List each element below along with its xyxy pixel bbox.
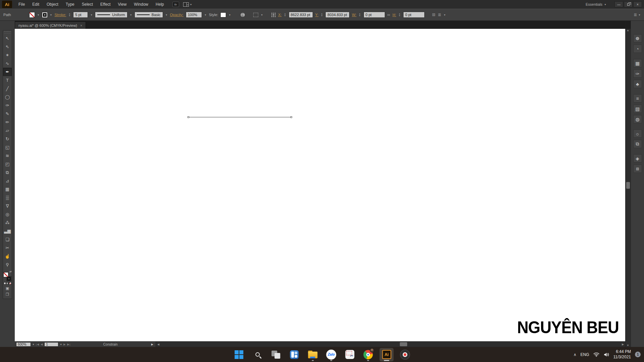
- recolor-artwork-button[interactable]: [240, 12, 245, 17]
- chrome-button[interactable]: [361, 348, 375, 361]
- horizontal-scrollbar[interactable]: ◀ ▶: [156, 342, 625, 347]
- hscroll-thumb[interactable]: [400, 342, 407, 346]
- fill-swatch[interactable]: [3, 272, 8, 277]
- stroke-color-swatch[interactable]: [42, 12, 48, 18]
- x-position-field[interactable]: 8622.833 pt: [289, 12, 313, 18]
- zalo-button[interactable]: Zalo: [324, 348, 338, 361]
- perspective-grid-tool[interactable]: ⊿: [3, 177, 12, 185]
- line-segment-tool[interactable]: ╱: [3, 84, 12, 93]
- menu-edit[interactable]: Edit: [29, 0, 43, 9]
- volume-icon[interactable]: [603, 352, 609, 357]
- menu-help[interactable]: Help: [152, 0, 168, 9]
- ellipse-tool[interactable]: ◯: [3, 93, 12, 101]
- selection-tool[interactable]: ↖: [3, 34, 12, 43]
- search-button[interactable]: [251, 348, 265, 361]
- hscroll-track[interactable]: [161, 342, 621, 347]
- brush-definition-select[interactable]: Basic: [135, 12, 163, 18]
- none-button[interactable]: [9, 282, 11, 285]
- stroke-panel-icon[interactable]: ≡: [633, 94, 642, 103]
- h-stepper[interactable]: ▲▼: [398, 13, 400, 17]
- zoom-level-field[interactable]: 600%: [16, 342, 31, 347]
- width-profile-select[interactable]: Uniform: [95, 12, 127, 18]
- width-field[interactable]: 0 pt: [364, 12, 385, 18]
- scroll-down-icon[interactable]: ▼: [626, 344, 630, 347]
- swap-fill-stroke-icon[interactable]: ⇄: [9, 270, 12, 273]
- swatches-panel-icon[interactable]: ▦: [633, 59, 642, 67]
- scale-tool[interactable]: ◱: [3, 143, 12, 152]
- clock[interactable]: 6:44 PM 11/3/2021: [613, 349, 631, 360]
- color-button[interactable]: [4, 282, 6, 285]
- gradient-panel-icon[interactable]: ▧: [633, 105, 642, 113]
- x-stepper[interactable]: ▲▼: [284, 13, 286, 17]
- arrange-documents-button[interactable]: ▼: [183, 2, 192, 7]
- pen-tool[interactable]: ✒: [3, 68, 12, 76]
- brushes-panel-icon[interactable]: ✑: [633, 69, 642, 78]
- y-stepper[interactable]: ▲▼: [321, 13, 323, 17]
- wifi-icon[interactable]: [593, 352, 599, 357]
- pen-path-line[interactable]: [188, 117, 291, 117]
- path-anchor-start[interactable]: [187, 116, 189, 118]
- gradient-tool[interactable]: ▒: [3, 193, 12, 202]
- pencil-tool[interactable]: ✎: [3, 110, 12, 118]
- magic-wand-tool[interactable]: ✶: [3, 51, 12, 59]
- snipping-tool-button[interactable]: ✂: [343, 348, 357, 361]
- free-transform-tool[interactable]: ◰: [3, 160, 12, 168]
- opacity-panel-link[interactable]: Opacity:: [170, 13, 183, 17]
- next-artboard-button[interactable]: ▶: [63, 343, 66, 346]
- artboards-panel-icon[interactable]: ⧈: [633, 165, 642, 173]
- paintbrush-tool[interactable]: ✑: [3, 101, 12, 110]
- document-tab[interactable]: nyasu.ai* @ 600% (CMYK/Preview) ×: [15, 21, 86, 29]
- task-view-button[interactable]: [269, 348, 283, 361]
- screen-recorder-button[interactable]: [398, 348, 412, 361]
- width-profile-dropdown-icon[interactable]: ▼: [130, 14, 132, 16]
- hand-tool[interactable]: ☝: [3, 252, 12, 260]
- notification-badge[interactable]: 1: [635, 352, 641, 357]
- scroll-up-icon[interactable]: ▲: [626, 29, 630, 32]
- symbols-panel-icon[interactable]: ♣: [633, 80, 642, 88]
- start-button[interactable]: [232, 348, 246, 361]
- direct-selection-tool[interactable]: ⇖: [3, 43, 12, 51]
- file-explorer-button[interactable]: [306, 348, 320, 361]
- reference-point-selector[interactable]: [271, 12, 276, 17]
- graphic-styles-panel-icon[interactable]: ⧉: [633, 140, 642, 148]
- tray-chevron-icon[interactable]: ∧: [574, 352, 577, 357]
- align-options-button[interactable]: ≣: [438, 12, 441, 17]
- bridge-button[interactable]: Br: [172, 2, 179, 7]
- y-label[interactable]: Y:: [315, 13, 319, 17]
- scroll-left-icon[interactable]: ◀: [156, 343, 161, 346]
- fill-color-swatch[interactable]: [29, 12, 35, 18]
- options-dropdown-icon[interactable]: ▼: [443, 14, 446, 16]
- blend-tool[interactable]: ◎: [3, 210, 12, 219]
- opacity-field[interactable]: 100%: [186, 12, 202, 18]
- control-panel-menu-icon[interactable]: ≣: [634, 12, 637, 17]
- screen-mode-button[interactable]: ❐: [3, 291, 12, 297]
- menu-type[interactable]: Type: [62, 0, 78, 9]
- eyedropper-tool[interactable]: ∇: [3, 202, 12, 210]
- symbol-sprayer-tool[interactable]: ⁂: [3, 219, 12, 227]
- last-artboard-button[interactable]: ▶|: [67, 343, 70, 346]
- vscroll-track[interactable]: [626, 32, 631, 344]
- column-graph-tool[interactable]: ▃▆: [3, 227, 12, 235]
- vscroll-thumb[interactable]: [626, 182, 630, 189]
- graphic-style-swatch[interactable]: [220, 12, 226, 17]
- mesh-tool[interactable]: ▦: [3, 185, 12, 193]
- eraser-tool[interactable]: ▱: [3, 126, 12, 135]
- window-minimize-button[interactable]: —: [614, 1, 623, 7]
- gradient-button[interactable]: [6, 282, 9, 285]
- blob-brush-tool[interactable]: ✏: [3, 118, 12, 126]
- constrain-proportions-icon[interactable]: ∞: [387, 12, 390, 17]
- style-dropdown-icon[interactable]: ▼: [228, 14, 231, 16]
- type-tool[interactable]: T: [3, 76, 12, 84]
- y-position-field[interactable]: 8034.833 pt: [325, 12, 350, 18]
- vertical-scrollbar[interactable]: ▲ ▼: [625, 21, 631, 347]
- opacity-dropdown-icon[interactable]: ▼: [204, 14, 207, 16]
- stroke-panel-link[interactable]: Stroke:: [55, 13, 66, 17]
- zoom-tool[interactable]: ⚲: [3, 260, 12, 269]
- artboard-number-field[interactable]: 1: [44, 342, 58, 347]
- color-panel-icon[interactable]: ☸: [633, 34, 642, 43]
- slice-tool[interactable]: ✂: [3, 244, 12, 252]
- stroke-weight-stepper[interactable]: ▲▼: [68, 13, 70, 17]
- shape-builder-tool[interactable]: ⧉: [3, 168, 12, 177]
- stroke-weight-dropdown-icon[interactable]: ▼: [90, 14, 93, 16]
- illustrator-button[interactable]: Ai: [380, 348, 394, 361]
